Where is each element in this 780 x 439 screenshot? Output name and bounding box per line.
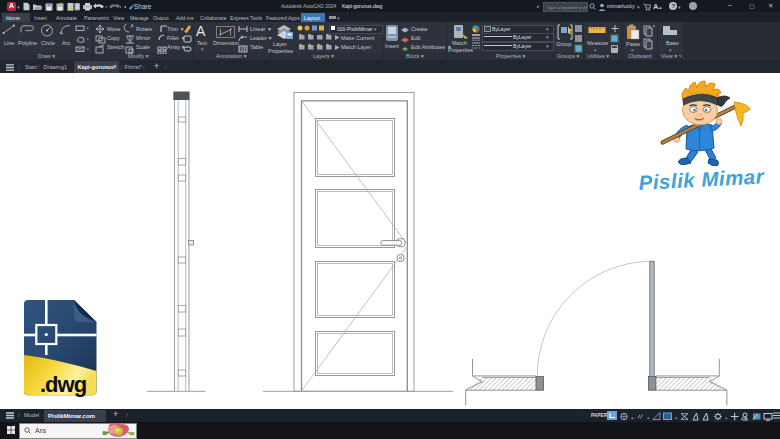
svg-text:Pislik Mimar: Pislik Mimar <box>638 164 765 194</box>
svg-text:.dwg: .dwg <box>40 372 86 397</box>
